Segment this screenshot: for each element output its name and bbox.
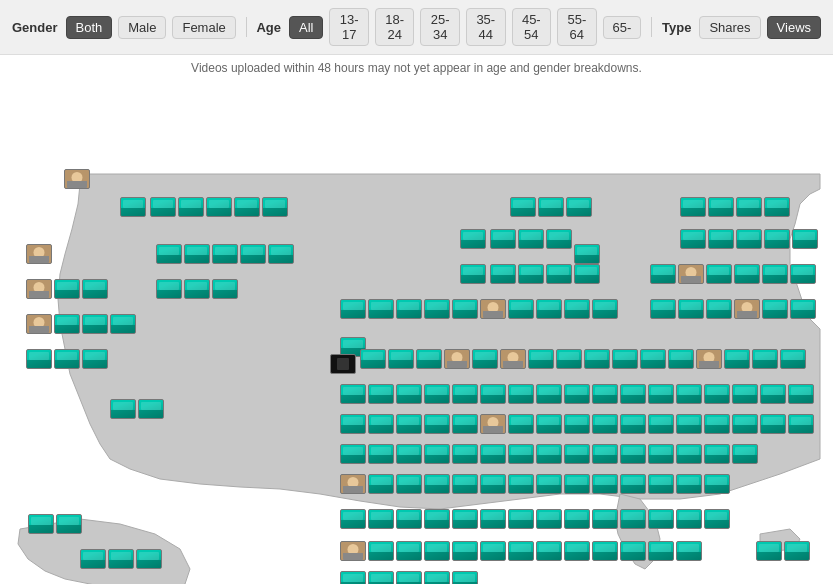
thumbnail-168 — [704, 509, 730, 529]
thumbnail-137 — [704, 444, 730, 464]
thumbnail-155 — [340, 509, 366, 529]
thumbnail-149 — [620, 474, 646, 494]
thumbnail-73 — [388, 349, 414, 369]
thumbnail-131 — [536, 444, 562, 464]
thumbnail-7 — [510, 197, 536, 217]
thumbnail-21 — [490, 229, 516, 249]
thumbnail-69 — [82, 349, 108, 369]
thumbnail-135 — [648, 444, 674, 464]
gender-both-button[interactable]: Both — [66, 16, 113, 39]
thumbnail-122 — [760, 414, 786, 434]
thumbnail-141 — [396, 474, 422, 494]
thumbnail-95 — [480, 384, 506, 404]
thumbnail-103 — [704, 384, 730, 404]
thumbnail-102 — [676, 384, 702, 404]
thumbnail-96 — [508, 384, 534, 404]
thumbnail-38 — [518, 264, 544, 284]
type-shares-button[interactable]: Shares — [699, 16, 760, 39]
thumbnail-50 — [110, 314, 136, 334]
thumbnail-10 — [680, 197, 706, 217]
thumbnail-154 — [56, 514, 82, 534]
age-45-button[interactable]: 45-54 — [512, 8, 552, 46]
thumbnail-84 — [696, 349, 722, 369]
thumbnail-101 — [648, 384, 674, 404]
thumbnail-136 — [676, 444, 702, 464]
thumbnail-9 — [566, 197, 592, 217]
thumbnail-12 — [736, 197, 762, 217]
thumbnail-68 — [54, 349, 80, 369]
type-views-button[interactable]: Views — [767, 16, 821, 39]
thumbnail-147 — [564, 474, 590, 494]
thumbnail-90 — [340, 384, 366, 404]
thumbnail-1 — [120, 197, 146, 217]
thumbnail-174 — [396, 541, 422, 561]
thumbnail-171 — [136, 549, 162, 569]
thumbnail-152 — [704, 474, 730, 494]
thumbnail-166 — [648, 509, 674, 529]
thumbnail-112 — [480, 414, 506, 434]
thumbnail-180 — [564, 541, 590, 561]
age-label: Age — [256, 20, 281, 35]
thumbnail-97 — [536, 384, 562, 404]
thumbnail-138 — [732, 444, 758, 464]
thumbnail-4 — [206, 197, 232, 217]
thumbnail-144 — [480, 474, 506, 494]
thumbnail-3 — [178, 197, 204, 217]
age-18-button[interactable]: 18-24 — [375, 8, 415, 46]
thumbnail-83 — [668, 349, 694, 369]
thumbnail-125 — [368, 444, 394, 464]
thumbnail-179 — [536, 541, 562, 561]
gender-female-button[interactable]: Female — [172, 16, 235, 39]
age-65-button[interactable]: 65- — [603, 16, 642, 39]
thumbnail-22 — [518, 229, 544, 249]
thumbnail-190 — [756, 541, 782, 561]
age-35-button[interactable]: 35-44 — [466, 8, 506, 46]
thumbnail-114 — [536, 414, 562, 434]
thumbnail-157 — [396, 509, 422, 529]
thumbnail-106 — [788, 384, 814, 404]
thumbnail-109 — [396, 414, 422, 434]
type-label: Type — [662, 20, 691, 35]
thumbnail-146 — [536, 474, 562, 494]
thumbnail-81 — [612, 349, 638, 369]
thumbnail-181 — [592, 541, 618, 561]
thumbnail-89 — [138, 399, 164, 419]
thumbnail-105 — [760, 384, 786, 404]
thumbnail-189 — [452, 571, 478, 584]
age-25-button[interactable]: 25-34 — [420, 8, 460, 46]
thumbnail-132 — [564, 444, 590, 464]
thumbnail-92 — [396, 384, 422, 404]
thumbnail-34 — [184, 279, 210, 299]
thumbnail-82 — [640, 349, 666, 369]
thumbnail-79 — [556, 349, 582, 369]
thumbnail-51 — [340, 299, 366, 319]
thumbnail-77 — [500, 349, 526, 369]
thumbnail-98 — [564, 384, 590, 404]
thumbnail-142 — [424, 474, 450, 494]
thumbnail-94 — [452, 384, 478, 404]
thumbnail-85 — [724, 349, 750, 369]
thumbnail-150 — [648, 474, 674, 494]
thumbnail-64 — [734, 299, 760, 319]
thumbnail-88 — [110, 399, 136, 419]
thumbnail-36 — [460, 264, 486, 284]
age-all-button[interactable]: All — [289, 16, 323, 39]
map-container — [0, 79, 833, 584]
thumbnail-71 — [330, 354, 356, 374]
thumbnail-120 — [704, 414, 730, 434]
thumbnail-24 — [574, 244, 600, 264]
thumbnail-113 — [508, 414, 534, 434]
thumbnail-57 — [508, 299, 534, 319]
thumbnail-126 — [396, 444, 422, 464]
gender-label: Gender — [12, 20, 58, 35]
thumbnail-145 — [508, 474, 534, 494]
thumbnail-191 — [784, 541, 810, 561]
gender-male-button[interactable]: Male — [118, 16, 166, 39]
thumbnail-60 — [592, 299, 618, 319]
thumbnail-119 — [676, 414, 702, 434]
age-13-button[interactable]: 13-17 — [329, 8, 369, 46]
thumbnail-127 — [424, 444, 450, 464]
thumbnail-156 — [368, 509, 394, 529]
thumbnail-184 — [676, 541, 702, 561]
age-55-button[interactable]: 55-64 — [557, 8, 597, 46]
